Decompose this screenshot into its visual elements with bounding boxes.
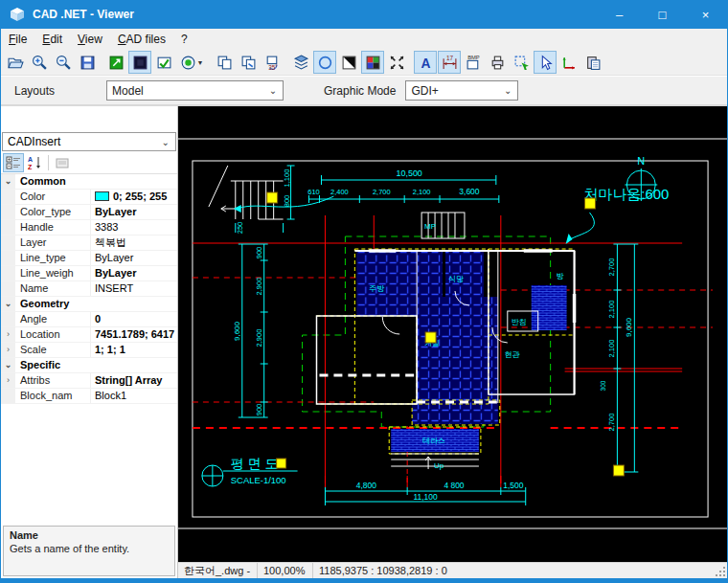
svg-text:4,800: 4,800 xyxy=(356,481,376,490)
show-text-button[interactable]: A xyxy=(414,51,437,74)
rotate-angle-icon: 35° xyxy=(264,55,281,71)
property-row-name[interactable]: NameINSERT xyxy=(1,281,177,297)
svg-text:900: 900 xyxy=(255,247,263,258)
edit-image-button[interactable] xyxy=(152,51,175,74)
entity-class-select[interactable]: CADInsert ⌄ xyxy=(2,132,176,151)
globe-zoom-icon xyxy=(180,55,196,71)
drawing-canvas[interactable]: N 10,500 610 2,400 2,700 2,100 3,600 처마나… xyxy=(178,106,727,562)
rotate-35-button[interactable]: 35° xyxy=(261,51,284,74)
property-row-angle[interactable]: Angle0 xyxy=(1,312,177,327)
maximize-button[interactable]: □ xyxy=(641,0,684,29)
property-description: Name Gets a name of the entity. xyxy=(3,526,175,576)
svg-text:Z: Z xyxy=(28,164,33,170)
property-row-scale[interactable]: ›Scale1; 1; 1 xyxy=(1,343,177,358)
chevron-down-icon: ⌄ xyxy=(504,85,512,96)
invert-colors-button[interactable] xyxy=(337,51,360,74)
expand-icon[interactable]: › xyxy=(1,373,15,388)
select-entity-button[interactable] xyxy=(510,51,533,74)
property-row-attribs[interactable]: ›AttribsString[] Array xyxy=(1,373,177,389)
menu-cad-files[interactable]: CAD files xyxy=(110,31,173,48)
svg-text:2,700: 2,700 xyxy=(373,188,391,196)
ucs-axes-button[interactable] xyxy=(557,51,580,74)
svg-text:N: N xyxy=(637,155,645,167)
categorized-button[interactable] xyxy=(3,153,24,172)
description-text: Gets a name of the entity. xyxy=(10,543,169,554)
chevron-down-icon: ⌄ xyxy=(269,85,277,96)
collapse-icon: ⌄ xyxy=(1,297,15,311)
panel-spacer xyxy=(1,106,177,132)
fit-to-screen-button[interactable] xyxy=(385,51,408,74)
printer-icon xyxy=(489,55,506,71)
svg-text:현관: 현관 xyxy=(505,350,520,359)
zoom-extents-button[interactable]: ▼ xyxy=(176,51,207,74)
property-row-line-type[interactable]: Line_typeByLayer xyxy=(1,251,177,266)
axes-icon xyxy=(561,55,578,71)
minimize-button[interactable]: – xyxy=(598,0,641,29)
close-button[interactable]: × xyxy=(684,0,727,29)
paste-structure-button[interactable] xyxy=(237,51,260,74)
category-common[interactable]: ⌄Common xyxy=(1,174,177,190)
svg-text:17: 17 xyxy=(445,55,453,61)
sort-alpha-icon: AZ xyxy=(27,155,42,170)
property-row-color-type[interactable]: Color_typeByLayer xyxy=(1,205,177,220)
clipboard-button[interactable] xyxy=(581,51,604,74)
pages-arrow-icon xyxy=(240,55,257,71)
menu-bar: File Edit View CAD files ? xyxy=(1,29,727,50)
zoom-in-button[interactable] xyxy=(28,51,51,74)
expand-icon[interactable]: › xyxy=(1,343,15,357)
show-dimensions-button[interactable]: 17 xyxy=(438,51,461,74)
layout-select[interactable]: Model ⌄ xyxy=(106,80,284,101)
property-row-handle[interactable]: Handle3383 xyxy=(1,220,177,235)
window-title: CAD .NET - Viewer xyxy=(33,8,598,21)
open-file-button[interactable] xyxy=(4,51,27,74)
copy-structure-button[interactable] xyxy=(213,51,236,74)
svg-text:A: A xyxy=(421,55,430,70)
svg-text:2,700: 2,700 xyxy=(607,414,616,432)
property-row-color[interactable]: Color0; 255; 255 xyxy=(1,190,177,205)
menu-help[interactable]: ? xyxy=(173,31,195,48)
circle-smoothness-button[interactable] xyxy=(313,51,336,74)
black-white-icon xyxy=(341,55,357,71)
print-button[interactable] xyxy=(486,51,509,74)
svg-text:2,100: 2,100 xyxy=(607,301,616,319)
layers-icon xyxy=(293,55,309,71)
zoom-in-icon xyxy=(32,55,48,71)
property-row-layer[interactable]: Layer첵볶법 xyxy=(1,235,177,251)
graphic-mode-select[interactable]: GDI+ ⌄ xyxy=(405,80,518,101)
color-mode-button[interactable] xyxy=(361,51,384,74)
expand-icon[interactable]: › xyxy=(1,327,15,342)
save-button[interactable] xyxy=(76,51,99,74)
dark-square-icon xyxy=(132,55,148,71)
app-icon xyxy=(9,6,26,23)
sort-alphabetical-button[interactable]: AZ xyxy=(24,153,45,172)
property-row-location[interactable]: ›Location7451.1789; 6417 xyxy=(1,327,177,343)
export-bmp-button[interactable]: BMP xyxy=(462,51,485,74)
clipboard-icon xyxy=(585,55,602,71)
svg-text:2,900: 2,900 xyxy=(255,278,263,296)
black-background-button[interactable] xyxy=(128,51,151,74)
svg-text:평 면 도: 평 면 도 xyxy=(231,456,279,471)
cursor-button[interactable] xyxy=(534,51,557,74)
property-row-line-weight[interactable]: Line_weighByLayer xyxy=(1,266,177,281)
menu-file[interactable]: File xyxy=(1,31,34,48)
svg-text:35°: 35° xyxy=(268,63,278,70)
draw-mode-button[interactable] xyxy=(104,51,127,74)
status-zoom: 100,00% xyxy=(257,563,312,578)
image-check-icon xyxy=(156,55,172,71)
category-specific[interactable]: ⌄Specific xyxy=(1,358,177,373)
svg-text:1,100: 1,100 xyxy=(283,169,291,188)
zoom-out-button[interactable] xyxy=(52,51,75,74)
resize-grip[interactable] xyxy=(714,565,727,578)
menu-edit[interactable]: Edit xyxy=(34,31,70,48)
property-panel: CADInsert ⌄ AZ ⌄Common Color0; 255; 255 … xyxy=(1,106,178,578)
category-geometry[interactable]: ⌄Geometry xyxy=(1,297,177,312)
property-pages-button[interactable] xyxy=(52,153,73,172)
description-title: Name xyxy=(10,529,169,541)
zoom-out-icon xyxy=(56,55,72,71)
svg-text:250: 250 xyxy=(236,222,244,234)
layers-button[interactable] xyxy=(289,51,312,74)
menu-view[interactable]: View xyxy=(70,31,110,48)
svg-text:900: 900 xyxy=(255,404,263,415)
property-row-block-name[interactable]: Block_namBlock1 xyxy=(1,389,177,404)
color-quadrants-icon xyxy=(365,55,381,71)
